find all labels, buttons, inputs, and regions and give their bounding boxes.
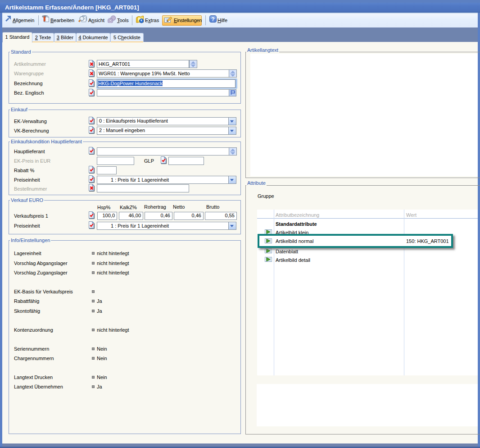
svg-text:?: ? [211,16,214,23]
